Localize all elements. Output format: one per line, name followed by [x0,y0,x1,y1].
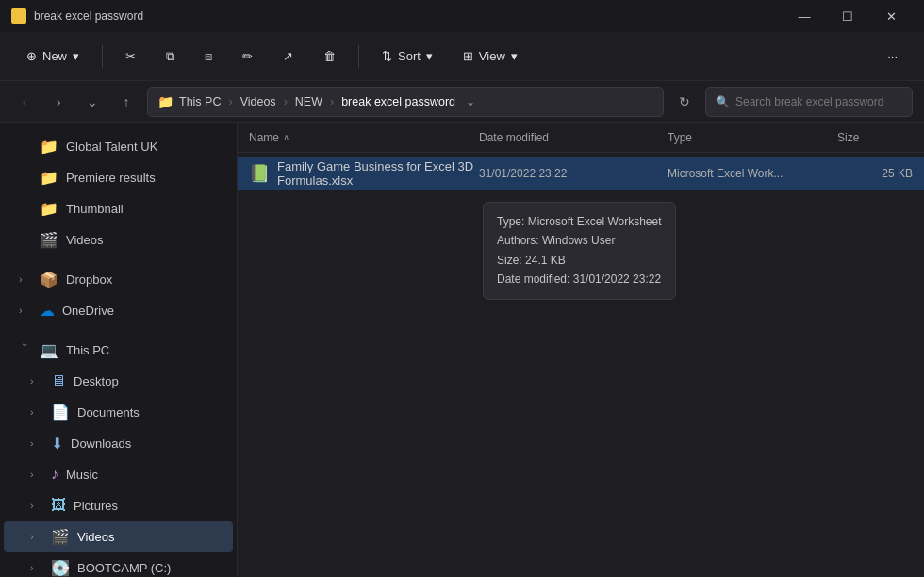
maximize-button[interactable]: ☐ [826,0,869,32]
paste-button[interactable]: ⧇ [193,43,223,70]
new-dropdown-arrow: ▾ [73,49,79,63]
file-date: 31/01/2022 23:22 [479,167,668,180]
recent-locations-button[interactable]: ⌄ [79,89,106,115]
sidebar-item-thumbnail[interactable]: 📁 Thumbnail [4,193,233,223]
sort-button[interactable]: ⇅ Sort ▾ [371,43,444,69]
excel-icon: 📗 [249,163,270,184]
column-headers: Name ∧ Date modified Type Size [238,123,924,153]
breadcrumb-this-pc[interactable]: This PC [179,95,221,108]
expand-arrow: › [30,531,43,542]
tooltip-type-row: Type: Microsoft Excel Worksheet [497,212,662,231]
expand-arrow: › [20,343,31,356]
content-area: Name ∧ Date modified Type Size 📗 Family … [238,123,924,577]
col-header-date[interactable]: Date modified [479,131,668,144]
expand-arrow: › [30,406,43,418]
file-type: Microsoft Excel Work... [668,167,837,180]
search-box[interactable]: 🔍 Search break excel password [705,87,913,117]
main-layout: 📁 Global Talent UK 📁 Premiere results 📁 … [0,123,924,577]
sidebar-item-downloads[interactable]: › ⬇ Downloads [4,428,233,458]
pictures-icon: 🖼 [51,497,66,514]
computer-icon: 💻 [40,341,58,359]
expand-arrow: › [19,305,32,316]
delete-icon: 🗑 [323,49,336,63]
documents-icon: 📄 [51,404,70,421]
tooltip-authors-row: Authors: Windows User [497,231,662,250]
table-row[interactable]: 📗 Family Game Business for Excel 3D Form… [238,157,924,190]
sidebar-item-pictures[interactable]: › 🖼 Pictures [4,490,233,520]
folder-icon: 📁 [40,138,58,156]
rename-button[interactable]: ✏ [231,43,264,69]
dropbox-icon: 📦 [40,271,58,288]
folder-icon: 📁 [40,200,58,218]
sidebar-item-videos-pc[interactable]: › 🎬 Videos [4,521,233,552]
breadcrumb-videos[interactable]: Videos [240,95,276,108]
sidebar-item-premiere-results[interactable]: 📁 Premiere results [4,162,233,192]
copy-button[interactable]: ⧉ [155,43,186,70]
sidebar-item-music[interactable]: › ♪ Music [4,459,233,489]
delete-button[interactable]: 🗑 [312,43,347,69]
sidebar-item-this-pc[interactable]: › 💻 This PC [4,335,233,365]
sidebar-item-videos-fav[interactable]: 🎬 Videos [4,224,233,255]
more-button[interactable]: ··· [876,43,909,69]
sort-dropdown-arrow: ▾ [426,49,433,63]
desktop-icon: 🖥 [51,372,66,389]
up-button[interactable]: ↑ [113,89,140,115]
toolbar-separator-1 [102,45,103,68]
sidebar-item-bootcamp[interactable]: › 💽 BOOTCAMP (C:) [4,552,233,577]
rename-icon: ✏ [242,49,253,63]
expand-arrow: › [30,562,43,573]
sidebar-item-onedrive[interactable]: › ☁ OneDrive [4,295,233,325]
col-header-name[interactable]: Name ∧ [249,131,479,144]
title-bar-controls: — ☐ ✕ [783,0,913,32]
view-button[interactable]: ⊞ View ▾ [452,43,529,69]
expand-arrow: › [30,375,43,387]
cut-button[interactable]: ✂ [114,43,147,69]
folder-icon: 📁 [40,169,58,187]
address-bar[interactable]: 📁 This PC › Videos › NEW › break excel p… [147,87,664,117]
file-list: 📗 Family Game Business for Excel 3D Form… [238,153,924,577]
expand-arrow: › [30,469,43,480]
paste-icon: ⧇ [205,49,212,64]
title-bar-icon [11,8,26,24]
file-name: Family Game Business for Excel 3D Formul… [277,159,479,188]
forward-button[interactable]: › [45,89,72,115]
downloads-icon: ⬇ [51,435,63,453]
breadcrumb-current: break excel password [341,95,455,108]
col-header-type[interactable]: Type [668,131,837,144]
tooltip-date-row: Date modified: 31/01/2022 23:22 [497,270,662,288]
col-header-size[interactable]: Size [837,131,913,144]
share-button[interactable]: ↗ [272,43,305,69]
minimize-button[interactable]: — [783,0,826,32]
address-bar-row: ‹ › ⌄ ↑ 📁 This PC › Videos › NEW › break… [0,81,924,123]
toolbar: ⊕ New ▾ ✂ ⧉ ⧇ ✏ ↗ 🗑 ⇅ Sort ▾ ⊞ View ▾ ··… [0,32,924,81]
title-bar: break excel password — ☐ ✕ [0,0,924,32]
sidebar-item-dropbox[interactable]: › 📦 Dropbox [4,264,233,294]
back-button[interactable]: ‹ [11,89,38,115]
sidebar-item-documents[interactable]: › 📄 Documents [4,397,233,427]
expand-arrow: › [19,273,32,285]
toolbar-separator-2 [358,45,359,68]
expand-arrow: › [30,437,43,449]
video-icon: 🎬 [40,231,58,249]
address-dropdown-arrow[interactable]: ⌄ [461,89,480,115]
sidebar-item-desktop[interactable]: › 🖥 Desktop [4,366,233,396]
file-tooltip: Type: Microsoft Excel Worksheet Authors:… [483,202,676,300]
search-icon: 🔍 [716,95,730,108]
sort-icon: ⇅ [382,49,392,63]
sidebar-item-global-talent-uk[interactable]: 📁 Global Talent UK [4,131,233,161]
music-icon: ♪ [51,466,58,483]
close-button[interactable]: ✕ [869,0,913,32]
title-bar-title: break excel password [34,9,783,23]
refresh-button[interactable]: ↻ [671,89,698,115]
address-folder-icon: 📁 [157,94,173,109]
video-icon: 🎬 [51,528,70,546]
breadcrumb-new[interactable]: NEW [295,95,322,108]
drive-icon: 💽 [51,559,70,577]
new-button[interactable]: ⊕ New ▾ [15,43,91,69]
tooltip-size-row: Size: 24.1 KB [497,251,662,270]
sort-arrow: ∧ [283,132,289,142]
file-size: 25 KB [837,167,913,180]
expand-arrow: › [30,500,43,511]
copy-icon: ⧉ [166,49,174,64]
view-dropdown-arrow: ▾ [511,49,518,63]
